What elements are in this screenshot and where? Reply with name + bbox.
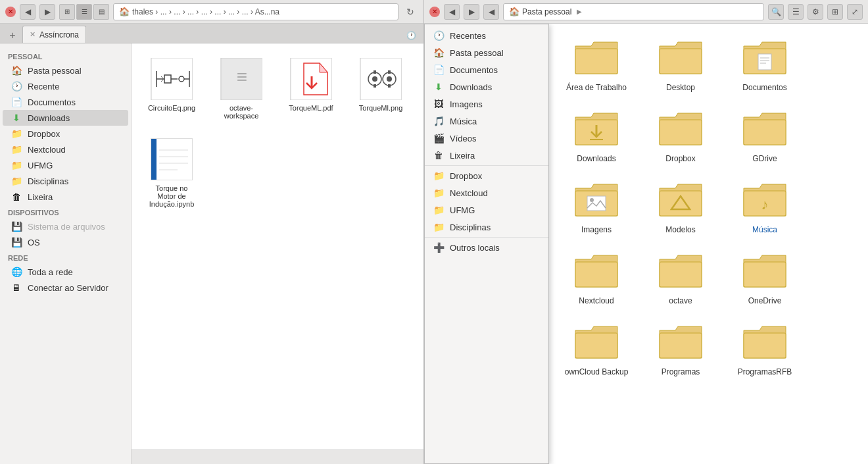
- folder-item[interactable]: ♪ Música: [725, 174, 804, 240]
- tab-close-icon[interactable]: ✕: [30, 30, 36, 39]
- folder-name: Documentos: [742, 83, 786, 92]
- settings-button[interactable]: ⚙: [808, 4, 823, 20]
- location-dropdown: 🕐 Recentes 🏠 Pasta pessoal 📄 Documentos …: [424, 24, 549, 464]
- file-item[interactable]: TorqueMl.png: [351, 54, 410, 124]
- dropdown-item-outros[interactable]: ➕ Outros locais: [425, 239, 548, 256]
- folder-item[interactable]: ProgramasRFB: [725, 316, 804, 382]
- sidebar-item-toda-rede[interactable]: 🌐 Toda a rede: [3, 264, 128, 280]
- dropdown-item-pasta-pessoal[interactable]: 🏠 Pasta pessoal: [425, 44, 548, 61]
- dropdown-item-musica[interactable]: 🎵 Música: [425, 113, 548, 130]
- file-item[interactable]: ≡ octave-workspace: [212, 54, 271, 124]
- dropdown-label: Lixeira: [450, 151, 475, 161]
- dropdown-item-documentos[interactable]: 📄 Documentos: [425, 61, 548, 78]
- sidebar-label: Lixeira: [28, 192, 53, 202]
- dropdown-item-downloads[interactable]: ⬇ Downloads: [425, 78, 548, 95]
- dropdown-item-ufmg[interactable]: 📁 UFMG: [425, 201, 548, 219]
- dropdown-item-disciplinas[interactable]: 📁 Disciplinas: [425, 219, 548, 236]
- dropdown-item-lixeira[interactable]: 🗑 Lixeira: [425, 147, 548, 164]
- folder-item[interactable]: Modelos: [641, 174, 720, 240]
- sidebar-item-dropbox[interactable]: 📁 Dropbox: [3, 126, 128, 142]
- folder-item[interactable]: octave: [641, 245, 720, 311]
- folder-name: Área de Trabalho: [566, 83, 627, 92]
- dropdown-label: Disciplinas: [450, 222, 491, 232]
- folder-item[interactable]: Programas: [641, 316, 720, 382]
- sidebar-item-disciplinas[interactable]: 📁 Disciplinas: [3, 173, 128, 189]
- sidebar-item-recente[interactable]: 🕐 Recente: [3, 78, 128, 94]
- svg-rect-19: [374, 70, 376, 74]
- tab-history-button[interactable]: 🕐: [404, 28, 418, 43]
- right-forward-button[interactable]: ▶: [464, 4, 479, 20]
- dropdown-item-imagens[interactable]: 🖼 Imagens: [425, 95, 548, 113]
- file-name: octave-workspace: [216, 104, 267, 120]
- folder-item[interactable]: Nextcloud: [557, 245, 636, 311]
- file-item[interactable]: Torque no Motor de Indução.ipynb: [142, 134, 201, 212]
- back-button[interactable]: ◀: [20, 4, 36, 20]
- drive-icon: 💾: [11, 221, 22, 232]
- tab-asincrona[interactable]: ✕ Assíncrona: [22, 26, 86, 43]
- grid-view-button[interactable]: ⊞: [59, 4, 75, 20]
- file-content-wrapper: CircuitoEq.png ≡ octave-workspace: [132, 43, 423, 464]
- folder-item[interactable]: ownCloud Backup: [557, 316, 636, 382]
- view-mode-button[interactable]: ⊞: [827, 4, 843, 20]
- sidebar-item-downloads[interactable]: ⬇ Downloads: [3, 110, 128, 126]
- folder-icon-musica: ♪: [741, 179, 788, 221]
- reload-button[interactable]: ↻: [402, 4, 418, 20]
- images-icon: 🖼: [433, 99, 445, 109]
- folder-item[interactable]: Dropbox: [641, 103, 720, 168]
- dropdown-label: Música: [450, 116, 477, 126]
- network-section-title: Rede: [0, 250, 131, 264]
- folder-icon: 📁: [433, 222, 445, 232]
- file-item[interactable]: CircuitoEq.png: [142, 54, 201, 124]
- maximize-button[interactable]: ⤢: [847, 4, 863, 20]
- separator: [425, 237, 548, 238]
- sidebar-item-sistema[interactable]: 💾 Sistema de arquivos: [3, 219, 128, 234]
- music-icon: 🎵: [433, 116, 445, 126]
- folder-name: ProgramasRFB: [738, 367, 792, 376]
- dropdown-label: Vídeos: [450, 134, 476, 143]
- dropdown-item-videos[interactable]: 🎬 Vídeos: [425, 130, 548, 147]
- sidebar-item-conectar[interactable]: 🖥 Conectar ao Servidor: [3, 280, 128, 296]
- folder-item[interactable]: Área de Trabalho: [557, 32, 636, 97]
- file-thumbnail: [360, 58, 402, 100]
- folder-item[interactable]: Desktop: [641, 32, 720, 97]
- add-tab-button[interactable]: +: [5, 28, 20, 43]
- close-button[interactable]: ✕: [5, 7, 16, 17]
- dropdown-label: Dropbox: [450, 171, 482, 181]
- sidebar-item-nextcloud[interactable]: 📁 Nextcloud: [3, 142, 128, 157]
- sidebar-item-os[interactable]: 💾 OS: [3, 234, 128, 250]
- path-bar[interactable]: 🏠 thales › ... › ... › ... › ... › ... ›…: [113, 3, 398, 20]
- folder-name: Programas: [662, 367, 700, 376]
- folder-item[interactable]: Imagens: [557, 174, 636, 240]
- dropdown-item-dropbox[interactable]: 📁 Dropbox: [425, 167, 548, 184]
- right-path-text: Pasta pessoal: [522, 7, 571, 16]
- sidebar-item-lixeira[interactable]: 🗑 Lixeira: [3, 189, 128, 205]
- folder-item[interactable]: OneDrive: [725, 245, 804, 311]
- dropdown-item-nextcloud[interactable]: 📁 Nextcloud: [425, 184, 548, 201]
- menu-button[interactable]: ☰: [788, 4, 804, 20]
- forward-button[interactable]: ▶: [39, 4, 55, 20]
- folder-item[interactable]: Downloads: [557, 103, 636, 168]
- sidebar-item-documentos[interactable]: 📄 Documentos: [3, 94, 128, 110]
- left-main-area: Pessoal 🏠 Pasta pessoal 🕐 Recente 📄 Docu…: [0, 43, 423, 464]
- list-view-button[interactable]: ☰: [76, 4, 92, 20]
- right-close-button[interactable]: ✕: [429, 7, 440, 17]
- compact-view-button[interactable]: ▤: [93, 4, 109, 20]
- svg-rect-20: [374, 84, 376, 88]
- folder-item[interactable]: GDrive: [725, 103, 804, 168]
- folder-icon-dropbox: [657, 108, 704, 150]
- search-button[interactable]: 🔍: [768, 4, 784, 20]
- dropdown-arrow[interactable]: ▶: [577, 8, 582, 15]
- file-item[interactable]: TorqueML.pdf: [281, 54, 341, 124]
- sidebar-item-ufmg[interactable]: 📁 UFMG: [3, 157, 128, 173]
- right-prev-button[interactable]: ◀: [483, 4, 499, 20]
- dropdown-label: Downloads: [450, 82, 492, 92]
- right-back-button[interactable]: ◀: [444, 4, 460, 20]
- svg-rect-32: [758, 54, 771, 70]
- folder-icon: 📁: [11, 160, 22, 170]
- folder-item[interactable]: Documentos: [725, 32, 804, 97]
- sidebar-item-pasta-pessoal[interactable]: 🏠 Pasta pessoal: [3, 63, 128, 78]
- sidebar-label: UFMG: [28, 161, 53, 170]
- sidebar-label: Disciplinas: [28, 176, 68, 186]
- dropdown-item-recentes[interactable]: 🕐 Recentes: [425, 27, 548, 44]
- right-path-bar[interactable]: 🏠 Pasta pessoal ▶: [503, 3, 764, 20]
